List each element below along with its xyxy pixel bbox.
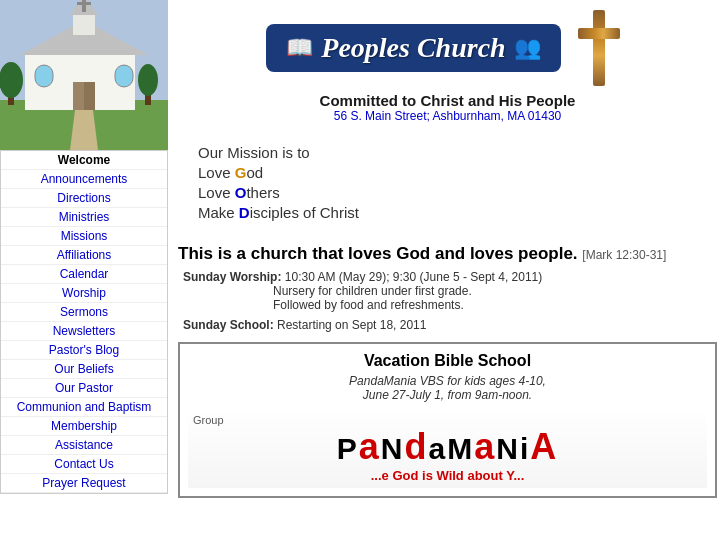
make-disciples-suffix: isciples of Christ — [250, 204, 359, 221]
mission-line-2: Love God — [198, 164, 697, 181]
sidebar: Welcome Announcements Directions Ministr… — [0, 0, 168, 498]
nav-pastors-blog[interactable]: Pastor's Blog — [1, 341, 167, 360]
sunday-school-label: Sunday School: — [183, 318, 274, 332]
svg-rect-11 — [115, 65, 133, 87]
svg-rect-6 — [82, 0, 86, 12]
nav-affiliations[interactable]: Affiliations — [1, 246, 167, 265]
love-god-prefix: Love — [198, 164, 235, 181]
vbs-title: Vacation Bible School — [188, 352, 707, 370]
mission-line-3: Love Others — [198, 184, 697, 201]
worship-info: Sunday Worship: 10:30 AM (May 29); 9:30 … — [178, 270, 717, 312]
church-photo — [0, 0, 168, 150]
main-content: 📖 Peoples Church 👥 — [168, 0, 727, 498]
nav-worship[interactable]: Worship — [1, 284, 167, 303]
vbs-subtitle-italic: PandaMania VBS for kids ages 4-10, — [188, 374, 707, 388]
tagline-text: This is a church that loves God and love… — [178, 244, 578, 263]
banner-title: Peoples Church — [321, 32, 505, 64]
church-subtitle: Committed to Christ and His People — [178, 92, 717, 109]
worship-label: Sunday Worship: — [183, 270, 281, 284]
nav-prayer-request[interactable]: Prayer Request — [1, 474, 167, 493]
nav-announcements[interactable]: Announcements — [1, 170, 167, 189]
nav-communion-baptism[interactable]: Communion and Baptism — [1, 398, 167, 417]
sunday-school-text: Restarting on Sept 18, 2011 — [277, 318, 426, 332]
group-label: Group — [188, 414, 707, 426]
nav-membership[interactable]: Membership — [1, 417, 167, 436]
nav-our-beliefs[interactable]: Our Beliefs — [1, 360, 167, 379]
nav-directions[interactable]: Directions — [1, 189, 167, 208]
tagline: This is a church that loves God and love… — [178, 244, 717, 264]
nursery-info: Nursery for children under first grade. — [183, 284, 472, 298]
sunday-school-info: Sunday School: Restarting on Sept 18, 20… — [178, 318, 717, 332]
love-others-suffix: thers — [246, 184, 279, 201]
church-banner: 📖 Peoples Church 👥 — [266, 24, 560, 72]
nav-calendar[interactable]: Calendar — [1, 265, 167, 284]
bible-icon: 📖 — [286, 35, 313, 61]
vbs-section: Vacation Bible School PandaMania VBS for… — [178, 342, 717, 498]
cross-decoration — [569, 8, 629, 88]
love-others-prefix: Love — [198, 184, 235, 201]
mission-o-highlight: O — [235, 184, 247, 201]
sidebar-nav: Welcome Announcements Directions Ministr… — [0, 150, 168, 494]
svg-rect-17 — [593, 10, 605, 86]
header: 📖 Peoples Church 👥 — [178, 0, 717, 131]
mission-g-highlight: G — [235, 164, 247, 181]
mission-line-1: Our Mission is to — [198, 144, 697, 161]
nav-our-pastor[interactable]: Our Pastor — [1, 379, 167, 398]
mission-line-4: Make Disciples of Christ — [198, 204, 697, 221]
svg-point-13 — [0, 62, 23, 98]
mission-d-highlight: D — [239, 204, 250, 221]
god-wild-text: ...e God is Wild about Y... — [371, 468, 525, 483]
make-disciples-prefix: Make — [198, 204, 239, 221]
church-address[interactable]: 56 S. Main Street; Ashburnham, MA 01430 — [178, 109, 717, 123]
nav-missions[interactable]: Missions — [1, 227, 167, 246]
svg-rect-10 — [35, 65, 53, 87]
header-center: 📖 Peoples Church 👥 — [178, 8, 717, 123]
panda-area: Group PaNdaMaNiA ...e God is Wild about … — [188, 408, 707, 488]
nav-ministries[interactable]: Ministries — [1, 208, 167, 227]
refreshments-info: Followed by food and refreshments. — [183, 298, 464, 312]
svg-point-15 — [138, 64, 158, 96]
worship-times: 10:30 AM (May 29); 9:30 (June 5 - Sept 4… — [285, 270, 542, 284]
svg-rect-7 — [77, 2, 91, 5]
mission-section: Our Mission is to Love God Love Others M… — [178, 131, 717, 234]
svg-rect-18 — [578, 28, 620, 39]
nav-assistance[interactable]: Assistance — [1, 436, 167, 455]
panda-mania-text: PaNdaMaNiA — [337, 426, 558, 468]
nav-welcome[interactable]: Welcome — [1, 151, 167, 170]
svg-rect-9 — [73, 82, 84, 110]
vbs-subtitle-dates: June 27-July 1, from 9am-noon. — [188, 388, 707, 402]
love-god-suffix: od — [246, 164, 263, 181]
scripture-ref: [Mark 12:30-31] — [582, 248, 666, 262]
nav-contact-us[interactable]: Contact Us — [1, 455, 167, 474]
nav-newsletters[interactable]: Newsletters — [1, 322, 167, 341]
people-icon: 👥 — [514, 35, 541, 61]
nav-sermons[interactable]: Sermons — [1, 303, 167, 322]
